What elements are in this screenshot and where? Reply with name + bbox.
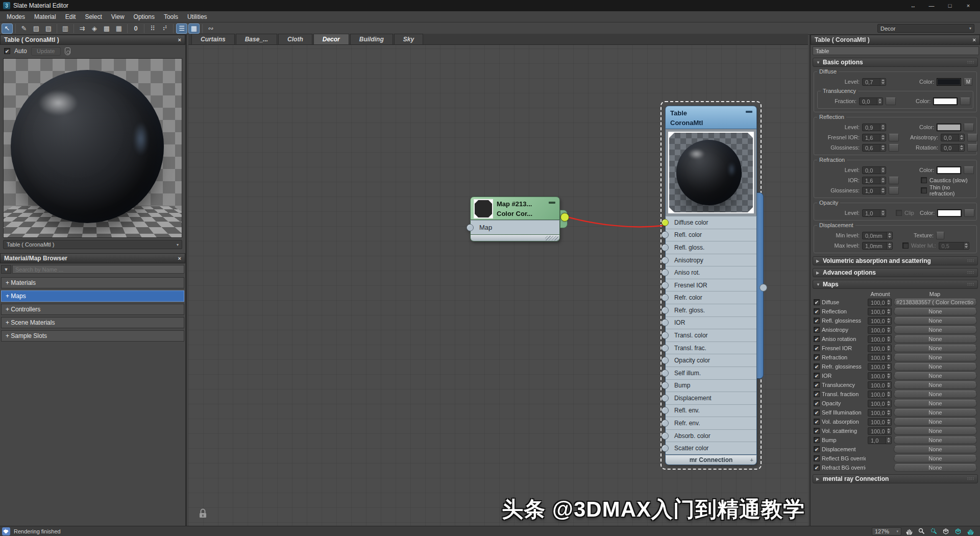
menu-select[interactable]: Select (80, 12, 106, 21)
slot-refl-color[interactable]: Refl. color (666, 229, 756, 242)
map-amount-spinner[interactable]: 100,0 (868, 400, 892, 407)
map-node-output-socket[interactable] (560, 213, 569, 222)
zoom-extents-icon[interactable] (941, 527, 950, 535)
map-slot-button[interactable]: None (894, 317, 977, 325)
tab-cloth[interactable]: Cloth (278, 34, 312, 44)
slot-diffuse-color[interactable]: Diffuse color (666, 216, 756, 229)
slot-fresnel-ior[interactable]: Fresnel IOR (666, 279, 756, 292)
assign-material-to-selection-button[interactable]: ▧ (43, 23, 54, 34)
put-material-to-scene-button[interactable]: ▨ (31, 23, 42, 34)
map-amount-spinner[interactable]: 100,0 (868, 391, 892, 398)
input-socket[interactable] (662, 319, 669, 326)
map-slot-button[interactable]: None (894, 446, 977, 453)
update-button[interactable]: Update (31, 47, 61, 56)
map-slot-button[interactable]: None (894, 436, 977, 444)
map-enable-checkbox[interactable] (814, 345, 820, 351)
map-enable-checkbox[interactable] (814, 455, 820, 461)
anisotropy-map-button[interactable] (967, 134, 977, 141)
layout-all-button[interactable]: ⠿ (147, 23, 158, 34)
auto-update-checkbox[interactable] (4, 48, 10, 54)
input-socket-connected[interactable] (662, 219, 669, 226)
tab-curtains[interactable]: Curtains (191, 34, 235, 44)
table-material-node[interactable]: Table CoronaMtl Diffuse color Refl. colo… (665, 106, 757, 465)
node-view-canvas[interactable]: Curtains Base_... Cloth Decor Building S… (188, 34, 808, 526)
pan-tool-icon[interactable] (966, 527, 975, 535)
displacement-min-spinner[interactable]: 0,0mm (862, 232, 893, 239)
input-socket[interactable] (662, 407, 669, 414)
translucency-color-swatch[interactable] (933, 98, 958, 105)
map-enable-checkbox[interactable] (814, 446, 820, 452)
caustics-checkbox[interactable] (921, 177, 927, 183)
map-slot-button[interactable]: None (894, 427, 977, 435)
move-children-button[interactable]: ⇉ (77, 23, 88, 34)
input-socket[interactable] (662, 231, 669, 238)
translucency-color-map-button[interactable] (960, 98, 970, 105)
map-enable-checkbox[interactable] (814, 373, 820, 379)
input-socket[interactable] (662, 357, 669, 364)
slot-transl-color[interactable]: Transl. color (666, 329, 756, 342)
map-enable-checkbox[interactable] (814, 354, 820, 360)
map-slot-button[interactable]: None (894, 381, 977, 389)
maximize-button[interactable]: □ (941, 1, 959, 10)
layout-children-button[interactable]: ⠞ (159, 23, 170, 34)
slot-refr-env[interactable]: Refr. env. (666, 417, 756, 430)
anisotropy-spinner[interactable]: 0,0 (941, 134, 965, 141)
map-slot-button[interactable]: None (894, 308, 977, 315)
preview-slot-dropdown[interactable]: Table ( CoronaMtl ) ▾ (3, 240, 182, 249)
fresnel-ior-map-button[interactable] (889, 134, 899, 141)
map-slot-button[interactable]: #2138383557 ( Color Correctio (894, 299, 977, 306)
map-amount-spinner[interactable]: 100,0 (868, 363, 892, 371)
input-socket[interactable] (662, 294, 669, 301)
map-node-header[interactable]: Map #213... Color Cor... (470, 197, 560, 220)
slot-anisotropy[interactable]: Anisotropy (666, 254, 756, 267)
opacity-color-swatch[interactable] (937, 209, 962, 217)
map-amount-spinner[interactable]: 100,0 (868, 354, 892, 361)
resize-arrows-icon[interactable]: ↔ (904, 1, 922, 10)
map-enable-checkbox[interactable] (814, 465, 820, 471)
slot-absorb-color[interactable]: Absorb. color (666, 430, 756, 443)
map-enable-checkbox[interactable] (814, 327, 820, 333)
input-socket[interactable] (662, 382, 669, 389)
map-slot-button[interactable]: None (894, 354, 977, 361)
collapse-node-icon[interactable] (549, 202, 555, 204)
map-amount-spinner[interactable]: 100,0 (868, 427, 892, 435)
input-socket[interactable] (662, 345, 669, 352)
hide-unused-nodeslots-button[interactable]: ◈ (89, 23, 100, 34)
map-node-slot-map[interactable]: Map (470, 220, 560, 235)
view-selector-dropdown[interactable]: Decor ▾ (877, 24, 974, 33)
input-socket[interactable] (662, 420, 669, 427)
rollout-maps[interactable]: ▼ Maps ∷∷ (813, 280, 978, 289)
translucency-fraction-map-button[interactable] (886, 98, 896, 105)
map-amount-spinner[interactable]: 100,0 (868, 317, 892, 325)
material-id-channel-button[interactable]: 0 (130, 23, 141, 34)
delete-selected-button[interactable]: ▥ (60, 23, 71, 34)
map-slot-button[interactable]: None (894, 455, 977, 462)
zoom-region-icon[interactable] (929, 527, 938, 535)
slot-aniso-rot[interactable]: Aniso rot. (666, 266, 756, 279)
refraction-ior-map-button[interactable] (889, 177, 899, 184)
reflection-color-swatch[interactable] (937, 124, 961, 131)
map-amount-spinner[interactable]: 100,0 (868, 308, 892, 315)
browser-item-materials[interactable]: + Materials (1, 277, 184, 288)
opacity-level-spinner[interactable]: 1,0 (862, 209, 886, 217)
input-socket[interactable] (662, 244, 669, 251)
mr-connection-footer[interactable]: mr Connection + (665, 455, 757, 465)
close-icon[interactable]: × (178, 37, 181, 43)
diffuse-map-button[interactable]: M (964, 78, 972, 86)
reflection-glossiness-spinner[interactable]: 0,6 (862, 144, 886, 152)
zoom-extents-selected-icon[interactable] (953, 527, 963, 535)
input-socket[interactable] (662, 370, 669, 377)
map-slot-button[interactable]: None (894, 418, 977, 426)
map-node[interactable]: Map #213... Color Cor... Map (470, 197, 560, 241)
map-enable-checkbox[interactable] (814, 400, 820, 406)
input-socket[interactable] (662, 282, 669, 289)
browser-item-scene-materials[interactable]: + Scene Materials (1, 317, 184, 328)
fresnel-ior-spinner[interactable]: 1,6 (862, 134, 886, 141)
map-slot-button[interactable]: None (894, 326, 977, 334)
reflection-glossiness-map-button[interactable] (889, 144, 899, 152)
rotation-map-button[interactable] (967, 144, 977, 152)
input-socket[interactable] (662, 445, 669, 452)
input-socket[interactable] (662, 257, 669, 264)
reflection-color-map-button[interactable] (964, 124, 974, 131)
input-socket[interactable] (467, 224, 474, 231)
